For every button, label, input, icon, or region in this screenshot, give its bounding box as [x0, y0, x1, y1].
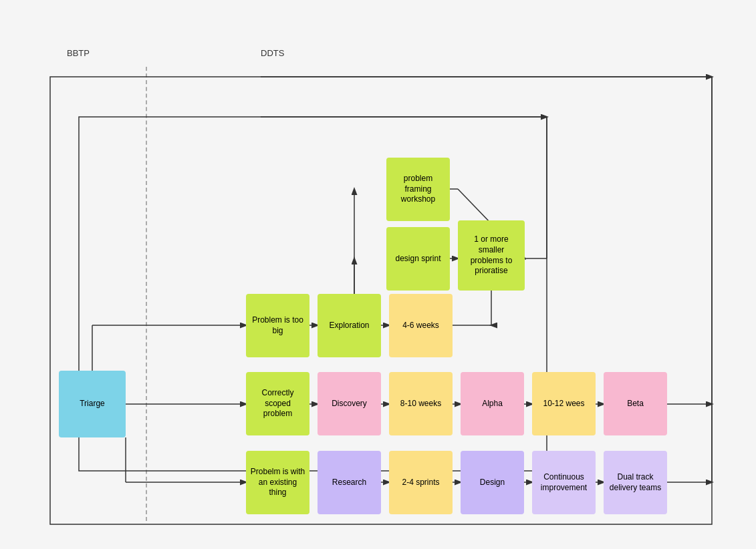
correctly-scoped-node: Correctly scoped problem	[246, 372, 309, 435]
ten-twelve-wees-node: 10-12 wees	[532, 372, 596, 435]
label-bbtp: BBTP	[67, 48, 90, 58]
research-node: Research	[318, 451, 381, 514]
triage-node: Triarge	[59, 371, 126, 437]
four-six-weeks-node: 4-6 weeks	[389, 294, 453, 357]
two-four-sprints-node: 2-4 sprints	[389, 451, 453, 514]
eight-ten-weeks-node: 8-10 weeks	[389, 372, 453, 435]
smaller-problems-node: 1 or more smaller problems to prioratise	[458, 220, 525, 291]
dashed-divider	[146, 67, 147, 521]
design-node: Design	[461, 451, 524, 514]
diagram-container: BBTP DDTS	[0, 0, 756, 549]
label-ddts: DDTS	[261, 48, 284, 58]
alpha-node: Alpha	[461, 372, 524, 435]
problem-too-big-node: Problem is too big	[246, 294, 309, 357]
dual-track-node: Dual track delivery teams	[604, 451, 667, 514]
exploration-node: Exploration	[318, 294, 381, 357]
discovery-node: Discovery	[318, 372, 381, 435]
design-sprint-node: design sprint	[386, 227, 450, 291]
continuous-improvement-node: Continuous improvement	[532, 451, 596, 514]
beta-node: Beta	[604, 372, 667, 435]
problem-framing-node: problem framing workshop	[386, 158, 450, 221]
problem-existing-node: Probelm is with an existing thing	[246, 451, 309, 514]
